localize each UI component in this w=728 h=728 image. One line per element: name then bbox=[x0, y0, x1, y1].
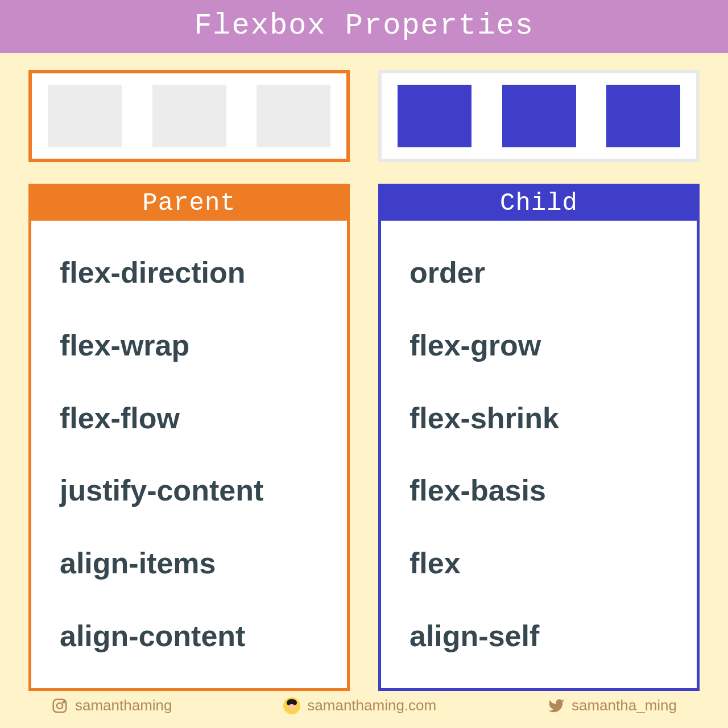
parent-demo-box bbox=[28, 70, 350, 162]
demo-square bbox=[48, 85, 122, 147]
property-item: flex-flow bbox=[60, 402, 324, 435]
parent-properties-list: flex-direction flex-wrap flex-flow justi… bbox=[31, 221, 347, 688]
property-item: order bbox=[410, 257, 674, 289]
child-column: Child order flex-grow flex-shrink flex-b… bbox=[378, 70, 700, 691]
instagram-handle: samanthaming bbox=[75, 697, 172, 714]
twitter-handle: samantha_ming bbox=[572, 697, 677, 714]
child-properties-list: order flex-grow flex-shrink flex-basis f… bbox=[381, 221, 697, 688]
property-item: flex-shrink bbox=[410, 402, 674, 435]
property-item: flex bbox=[410, 547, 674, 580]
demo-square bbox=[257, 85, 330, 147]
parent-panel-heading: Parent bbox=[31, 187, 347, 221]
parent-panel: Parent flex-direction flex-wrap flex-flo… bbox=[28, 184, 350, 691]
property-item: flex-direction bbox=[60, 257, 324, 289]
website-link[interactable]: samanthaming.com bbox=[283, 697, 436, 714]
property-item: justify-content bbox=[60, 474, 324, 507]
demo-square bbox=[606, 85, 680, 147]
demo-square bbox=[502, 85, 576, 147]
property-item: align-content bbox=[60, 620, 324, 652]
demo-square bbox=[152, 85, 226, 147]
svg-point-1 bbox=[57, 703, 63, 709]
child-panel-heading: Child bbox=[381, 187, 697, 221]
twitter-link[interactable]: samantha_ming bbox=[548, 697, 677, 714]
property-item: flex-wrap bbox=[60, 329, 324, 362]
instagram-link[interactable]: samanthaming bbox=[51, 697, 172, 714]
property-item: flex-grow bbox=[410, 329, 674, 362]
property-item: align-self bbox=[410, 620, 674, 652]
property-item: align-items bbox=[60, 547, 324, 580]
child-panel: Child order flex-grow flex-shrink flex-b… bbox=[378, 184, 700, 691]
twitter-icon bbox=[548, 697, 565, 714]
footer: samanthaming samanthaming.com samantha_m… bbox=[0, 697, 728, 728]
demo-square bbox=[398, 85, 471, 147]
page-title: Flexbox Properties bbox=[0, 0, 728, 53]
svg-point-2 bbox=[63, 701, 65, 702]
parent-column: Parent flex-direction flex-wrap flex-flo… bbox=[28, 70, 350, 691]
child-demo-box bbox=[378, 70, 700, 162]
instagram-icon bbox=[51, 697, 68, 714]
main-content: Parent flex-direction flex-wrap flex-flo… bbox=[0, 53, 728, 697]
website-url: samanthaming.com bbox=[307, 697, 436, 714]
avatar-icon bbox=[283, 697, 300, 714]
property-item: flex-basis bbox=[410, 474, 674, 507]
